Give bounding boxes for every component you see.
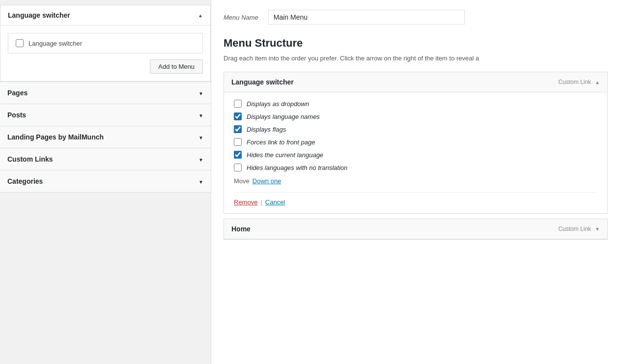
- language-switcher-checkbox-box: Language switcher: [8, 33, 203, 54]
- language-switcher-item-type-label: Custom Link: [558, 79, 591, 85]
- hides-current-language-label: Hides the current language: [247, 151, 323, 159]
- language-switcher-item-collapse-icon[interactable]: [595, 79, 600, 85]
- home-item-type-label: Custom Link: [558, 225, 591, 232]
- language-switcher-item-body: Displays as dropdown Displays language n…: [224, 92, 607, 213]
- left-panel: Language switcher Language switcher Add …: [0, 0, 211, 364]
- language-switcher-item-title: Language switcher: [231, 78, 294, 86]
- pages-section-header[interactable]: Pages: [0, 82, 211, 104]
- displays-flags-label: Displays flags: [247, 126, 286, 133]
- custom-links-section-header[interactable]: Custom Links: [0, 148, 211, 170]
- categories-arrow-icon: [198, 178, 203, 185]
- action-row: Remove | Cancel: [234, 192, 597, 206]
- move-down-one-link[interactable]: Down one: [253, 177, 282, 185]
- option-row-displays-flags: Displays flags: [234, 125, 597, 133]
- hides-no-translation-checkbox[interactable]: [234, 164, 242, 171]
- menu-structure-desc: Drag each item into the order you prefer…: [224, 55, 608, 62]
- landing-pages-section-title: Landing Pages by MailMunch: [7, 133, 104, 141]
- home-item-title: Home: [231, 225, 251, 233]
- language-switcher-accordion-header[interactable]: Language switcher: [0, 5, 210, 26]
- displays-language-names-label: Displays language names: [247, 113, 320, 120]
- custom-links-section: Custom Links: [0, 148, 211, 170]
- hides-no-translation-label: Hides languages with no translation: [247, 164, 347, 171]
- displays-flags-checkbox[interactable]: [234, 125, 242, 133]
- cancel-link[interactable]: Cancel: [265, 198, 285, 206]
- posts-section: Posts: [0, 104, 211, 126]
- home-menu-item: Home Custom Link: [224, 219, 608, 240]
- move-row: Move Down one: [234, 177, 597, 185]
- posts-section-header[interactable]: Posts: [0, 104, 211, 126]
- menu-name-row: Menu Name: [224, 10, 608, 25]
- language-switcher-section-title: Language switcher: [8, 11, 70, 19]
- forces-front-page-label: Forces link to front page: [247, 139, 315, 146]
- forces-front-page-checkbox[interactable]: [234, 138, 242, 146]
- displays-dropdown-label: Displays as dropdown: [247, 100, 309, 108]
- action-separator: |: [260, 198, 262, 206]
- categories-section: Categories: [0, 170, 211, 193]
- right-panel: Menu Name Menu Structure Drag each item …: [211, 0, 620, 364]
- displays-language-names-checkbox[interactable]: [234, 112, 242, 120]
- menu-name-input[interactable]: [268, 10, 465, 25]
- language-switcher-section: Language switcher Language switcher Add …: [0, 5, 211, 82]
- posts-arrow-icon: [198, 112, 203, 119]
- add-to-menu-button[interactable]: Add to Menu: [150, 59, 203, 74]
- categories-section-header[interactable]: Categories: [0, 170, 211, 192]
- option-row-hides-current: Hides the current language: [234, 151, 597, 159]
- home-item-type-area: Custom Link: [558, 225, 600, 232]
- posts-section-title: Posts: [7, 111, 26, 119]
- pages-arrow-icon: [198, 89, 203, 97]
- language-switcher-content: Language switcher Add to Menu: [0, 26, 210, 82]
- option-row-displays-language-names: Displays language names: [234, 112, 597, 120]
- option-row-displays-dropdown: Displays as dropdown: [234, 100, 597, 108]
- custom-links-arrow-icon: [198, 156, 203, 163]
- menu-structure-title: Menu Structure: [224, 37, 608, 50]
- option-row-hides-no-translation: Hides languages with no translation: [234, 164, 597, 171]
- menu-name-label: Menu Name: [224, 14, 258, 21]
- custom-links-section-title: Custom Links: [7, 155, 53, 163]
- landing-pages-section: Landing Pages by MailMunch: [0, 126, 211, 148]
- option-row-forces-front-page: Forces link to front page: [234, 138, 597, 146]
- landing-pages-section-header[interactable]: Landing Pages by MailMunch: [0, 126, 211, 148]
- displays-dropdown-checkbox[interactable]: [234, 100, 242, 108]
- home-item-header[interactable]: Home Custom Link: [224, 219, 607, 239]
- language-switcher-arrow-icon: [198, 13, 203, 18]
- language-switcher-item-type-area: Custom Link: [558, 79, 600, 85]
- language-switcher-item-header[interactable]: Language switcher Custom Link: [224, 72, 607, 92]
- pages-section: Pages: [0, 82, 211, 104]
- language-switcher-menu-item: Language switcher Custom Link Displays a…: [224, 72, 608, 214]
- language-switcher-checkbox[interactable]: [16, 39, 24, 47]
- language-switcher-checkbox-label: Language switcher: [28, 40, 82, 47]
- landing-pages-arrow-icon: [198, 134, 203, 141]
- move-label: Move: [234, 177, 250, 185]
- categories-section-title: Categories: [7, 177, 43, 185]
- home-item-expand-icon[interactable]: [595, 225, 600, 232]
- hides-current-language-checkbox[interactable]: [234, 151, 242, 159]
- remove-link[interactable]: Remove: [234, 198, 257, 206]
- pages-section-title: Pages: [7, 89, 28, 97]
